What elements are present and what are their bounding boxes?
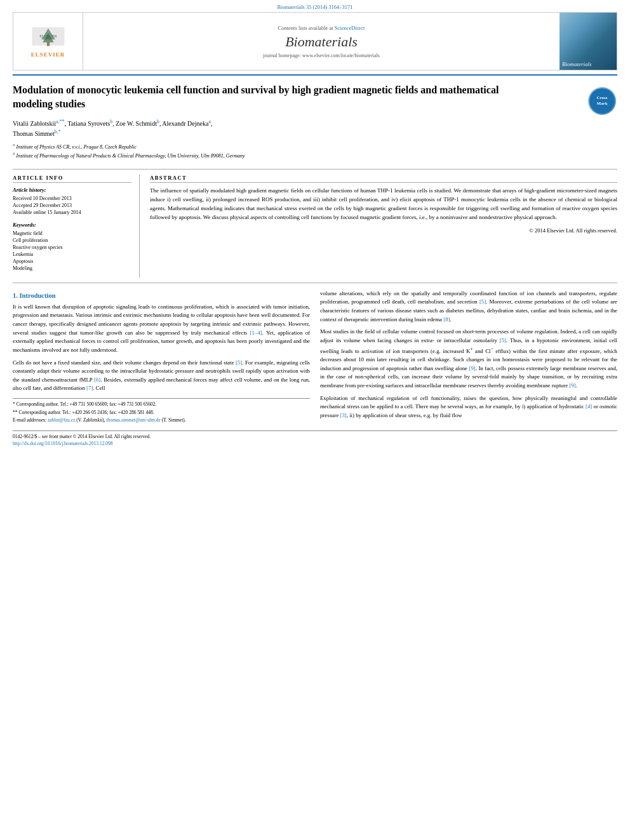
affiliation-a: a Institute of Physics AS CR, v.v.i., Pr…	[13, 142, 617, 150]
contents-label: Contents lists available at	[278, 25, 333, 31]
keywords-title: Keywords:	[13, 222, 131, 228]
ref-5c[interactable]: [5]	[500, 337, 506, 343]
copyright-line: © 2014 Elsevier Ltd. All rights reserved…	[150, 227, 617, 234]
bottom-bar: 0142-9612/$ – see front matter © 2014 El…	[13, 430, 617, 446]
keywords-section: Keywords: Magnetic field Cell proliferat…	[13, 222, 131, 271]
authors-line: Vitalii Zablotskiia,**, Tatiana Syrovets…	[13, 118, 617, 139]
keyword-1: Magnetic field	[13, 230, 131, 236]
journal-header-center: Contents lists available at ScienceDirec…	[83, 13, 560, 70]
article-info-section: ARTICLE INFO Article history: Received 1…	[13, 175, 131, 215]
article-info-column: ARTICLE INFO Article history: Received 1…	[13, 175, 140, 277]
crossmark-badge[interactable]: Cross Mark	[587, 86, 617, 116]
keyword-2: Cell proliferation	[13, 237, 131, 243]
journal-name-heading: Biomaterials	[285, 34, 358, 50]
article-info-abstract: ARTICLE INFO Article history: Received 1…	[13, 175, 617, 277]
footnote-2: ** Corresponding author. Tel.: +420 266 …	[13, 410, 310, 417]
section-divider-1	[13, 169, 617, 170]
science-direct-line: Contents lists available at ScienceDirec…	[278, 25, 365, 31]
ref-9a[interactable]: [9]	[469, 365, 475, 371]
keyword-3: Reactive oxygen species	[13, 244, 131, 250]
page: Biomaterials 35 (2014) 3164–3171 ELSEVIE…	[0, 0, 630, 840]
right-para-2: Most studies in the field of cellular vo…	[320, 328, 617, 390]
available-date: Available online 15 January 2014	[13, 210, 131, 215]
abstract-column: ABSTRACT The influence of spatially modu…	[150, 175, 617, 277]
keyword-5: Apoptosis	[13, 258, 131, 264]
affiliation-b: b Institute of Pharmacology of Natural P…	[13, 151, 617, 159]
email-1[interactable]: zablot@fzu.cz	[48, 417, 75, 423]
journal-thumbnail: Biomaterials	[560, 13, 617, 70]
ref-7[interactable]: [7]	[86, 385, 93, 391]
crossmark-circle: Cross Mark	[588, 87, 616, 115]
ref-8[interactable]: [8]	[443, 316, 450, 323]
right-para-1: volume alterations, which rely on the sp…	[320, 290, 617, 324]
citation-bar: Biomaterials 35 (2014) 3164–3171	[0, 0, 630, 12]
svg-rect-4	[46, 43, 49, 46]
section-divider-2	[13, 283, 617, 283]
ref-6[interactable]: [6]	[94, 377, 100, 383]
svg-text:Cross: Cross	[597, 95, 608, 100]
abstract-label: ABSTRACT	[150, 175, 617, 183]
ref-4[interactable]: [4]	[586, 403, 592, 410]
issn-line: 0142-9612/$ – see front matter © 2014 El…	[13, 434, 617, 439]
intro-para-2: Cells do not have a fixed standard size,…	[13, 359, 310, 394]
email-2[interactable]: thomas.simmet@uni-ulm.de	[107, 417, 161, 423]
ref-5a[interactable]: [5]	[236, 359, 242, 366]
section-title: Introduction	[20, 292, 56, 299]
footnote-emails: E-mail addresses: zablot@fzu.cz (V. Zabl…	[13, 417, 310, 424]
keyword-4: Leukemia	[13, 251, 131, 257]
doi-line: http://dx.doi.org/10.1016/j.biomaterials…	[13, 441, 617, 446]
elsevier-label: ELSEVIER	[31, 51, 65, 58]
journal-thumbnail-container: Biomaterials	[560, 13, 617, 70]
footnote-1: * Corresponding author. Tel.: +49 731 50…	[13, 401, 310, 408]
received-date: Received 10 December 2013	[13, 196, 131, 201]
elsevier-logo: ELSEVIER ELSEVIER	[26, 25, 70, 58]
science-direct-link[interactable]: ScienceDirect	[335, 25, 365, 31]
thumbnail-label: Biomaterials	[562, 61, 592, 67]
journal-homepage: journal homepage: www.elsevier.com/locat…	[263, 53, 380, 58]
elsevier-logo-container: ELSEVIER ELSEVIER	[13, 13, 83, 70]
keyword-6: Modeling	[13, 265, 131, 271]
ref-1-4[interactable]: [1–4]	[250, 330, 262, 336]
footnotes: * Corresponding author. Tel.: +49 731 50…	[13, 398, 310, 424]
affiliations: a Institute of Physics AS CR, v.v.i., Pr…	[13, 142, 617, 158]
citation-text: Biomaterials 35 (2014) 3164–3171	[277, 4, 352, 10]
article-title-section: Cross Mark Modulation of monocytic leuke…	[0, 76, 630, 164]
abstract-text: The influence of spatially modulated hig…	[150, 187, 617, 222]
crossmark-icon: Cross Mark	[588, 87, 616, 115]
article-history-title: Article history:	[13, 187, 131, 193]
article-info-label: ARTICLE INFO	[13, 175, 131, 183]
journal-header: ELSEVIER ELSEVIER Contents lists availab…	[13, 12, 617, 70]
doi-link[interactable]: http://dx.doi.org/10.1016/j.biomaterials…	[13, 441, 113, 446]
article-title: Modulation of monocytic leukemia cell fu…	[13, 83, 521, 112]
intro-heading: 1. Introduction	[13, 292, 310, 299]
svg-text:Mark: Mark	[596, 101, 607, 106]
section-num: 1.	[13, 292, 20, 299]
ref-9b[interactable]: [9]	[569, 382, 575, 389]
accepted-date: Accepted 29 December 2013	[13, 203, 131, 208]
homepage-label: journal homepage: www.elsevier.com/locat…	[263, 53, 380, 58]
body-col-right: volume alterations, which rely on the sp…	[320, 290, 617, 425]
intro-para-1: It is well known that disruption of apop…	[13, 303, 310, 355]
body-col-left: 1. Introduction It is well known that di…	[13, 290, 310, 425]
right-para-3: Exploitation of mechanical regulation of…	[320, 394, 617, 420]
ref-3[interactable]: [3]	[340, 412, 347, 418]
elsevier-tree-icon: ELSEVIER	[26, 25, 70, 50]
main-body: 1. Introduction It is well known that di…	[13, 290, 617, 425]
ref-5b[interactable]: [5]	[479, 298, 486, 305]
